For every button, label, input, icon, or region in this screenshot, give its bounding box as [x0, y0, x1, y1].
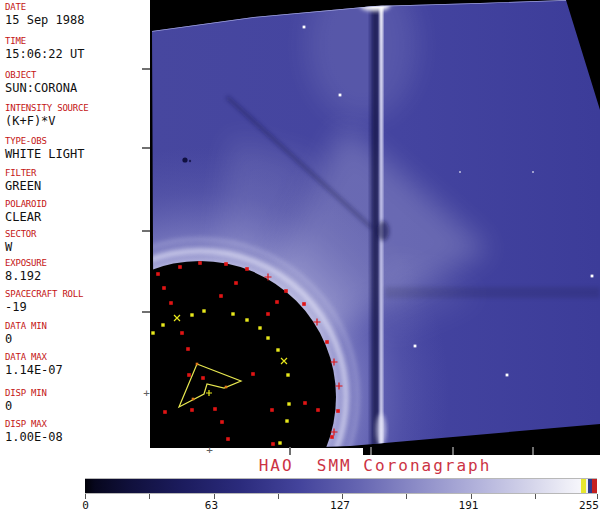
- field-value: SUN:CORONA: [5, 81, 150, 95]
- metadata-field-date: DATE15 Sep 1988: [5, 2, 150, 27]
- colorbar-label: 255: [579, 499, 599, 512]
- field-value: 0: [5, 399, 150, 413]
- field-label: DATA MAX: [5, 352, 150, 363]
- metadata-field-disp-min: DISP MIN0: [5, 388, 150, 413]
- metadata-field-polaroid: POLAROIDCLEAR: [5, 199, 150, 224]
- red-fiducial-dot: [330, 435, 334, 439]
- field-label: EXPOSURE: [5, 258, 150, 269]
- colorbar-tick: [278, 494, 279, 499]
- red-fiducial-dot: [163, 410, 167, 414]
- bottom-axis-tick: [452, 447, 454, 455]
- red-fiducial-dot: [325, 340, 329, 344]
- field-value: 1.14E-07: [5, 363, 150, 377]
- left-axis-tick: [142, 147, 150, 149]
- colorbar-tick: [535, 494, 536, 499]
- field-value: (K+F)*V: [5, 114, 150, 128]
- field-label: SECTOR: [5, 229, 150, 240]
- smm-coronagraph-viewer: DATE15 Sep 1988TIME15:06:22 UTOBJECTSUN:…: [0, 0, 600, 512]
- star-point-faint: [532, 171, 534, 173]
- left-axis-tick: [142, 311, 150, 313]
- red-fiducial-dot: [190, 408, 194, 412]
- red-fiducial-dot: [156, 272, 160, 276]
- colorbar: 063127191255: [85, 478, 597, 512]
- red-fiducial-dot: [336, 409, 340, 413]
- coronagraph-canvas: [150, 0, 600, 455]
- star-point: [591, 275, 594, 278]
- field-label: TYPE-OBS: [5, 136, 150, 147]
- colorbar-label: 127: [330, 499, 350, 512]
- star-point: [506, 374, 509, 377]
- left-axis-tick: [142, 230, 150, 232]
- field-value: WHITE LIGHT: [5, 147, 150, 161]
- red-fiducial-dot: [251, 372, 255, 376]
- metadata-field-time: TIME15:06:22 UT: [5, 36, 150, 61]
- metadata-panel: DATE15 Sep 1988TIME15:06:22 UTOBJECTSUN:…: [0, 0, 150, 512]
- red-fiducial-dot: [226, 437, 230, 441]
- red-fiducial-dot: [198, 261, 202, 265]
- yellow-fiducial-dot: [278, 441, 281, 444]
- yellow-fiducial-dot: [190, 313, 193, 316]
- colorbar-label: 191: [459, 499, 479, 512]
- yellow-fiducial-dot: [266, 336, 269, 339]
- red-fiducial-dot: [220, 420, 224, 424]
- field-value: 0: [5, 332, 150, 346]
- field-label: DISP MIN: [5, 388, 150, 399]
- field-label: OBJECT: [5, 70, 150, 81]
- left-axis-plus-tick: +: [141, 388, 152, 399]
- field-label: FILTER: [5, 168, 150, 179]
- yellow-fiducial-dot: [161, 323, 164, 326]
- metadata-field-disp-max: DISP MAX1.00E-08: [5, 419, 150, 444]
- star-point: [414, 345, 417, 348]
- red-fiducial-dot: [180, 331, 184, 335]
- red-fiducial-dot: [162, 286, 166, 290]
- left-axis-tick: [142, 68, 150, 70]
- red-fiducial-dot: [302, 302, 306, 306]
- field-value: W: [5, 240, 150, 254]
- red-fiducial-dot: [284, 289, 288, 293]
- red-fiducial-dot: [219, 294, 223, 298]
- pylon-bottom-blob: [376, 414, 386, 446]
- metadata-field-object: OBJECTSUN:CORONA: [5, 70, 150, 95]
- red-fiducial-dot: [201, 376, 205, 380]
- red-fiducial-dot: [169, 301, 173, 305]
- red-fiducial-dot: [178, 265, 182, 269]
- metadata-field-exposure: EXPOSURE8.192: [5, 258, 150, 283]
- colorbar-gradient: [85, 478, 597, 494]
- pylon-dark-knot: [377, 221, 389, 241]
- field-value: GREEN: [5, 179, 150, 193]
- metadata-field-data-max: DATA MAX1.14E-07: [5, 352, 150, 377]
- red-fiducial-dot: [245, 267, 249, 271]
- star-point-faint: [459, 171, 461, 173]
- image-title: HAO SMM Coronagraph: [150, 456, 600, 475]
- field-label: INTENSITY SOURCE: [5, 103, 150, 114]
- yellow-fiducial-dot: [151, 331, 154, 334]
- bottom-axis-tick: [532, 447, 534, 455]
- bottom-axis-tick: [289, 447, 291, 455]
- yellow-fiducial-dot: [231, 312, 234, 315]
- metadata-field-spacecraft-roll: SPACECRAFT ROLL-19: [5, 289, 150, 314]
- field-label: TIME: [5, 36, 150, 47]
- field-value: 15 Sep 1988: [5, 13, 150, 27]
- yellow-fiducial-dot: [285, 419, 288, 422]
- colorbar-tick: [149, 494, 150, 499]
- field-value: CLEAR: [5, 210, 150, 224]
- metadata-field-data-min: DATA MIN0: [5, 321, 150, 346]
- orange-vertex-dot: [196, 363, 199, 366]
- star-point: [303, 26, 306, 29]
- orange-vertex-dot: [225, 386, 228, 389]
- field-label: DISP MAX: [5, 419, 150, 430]
- coronagraph-image: [150, 0, 600, 455]
- red-fiducial-dot: [187, 373, 191, 377]
- field-value: 1.00E-08: [5, 430, 150, 444]
- red-fiducial-dot: [270, 408, 274, 412]
- field-label: DATA MIN: [5, 321, 150, 332]
- yellow-fiducial-dot: [258, 326, 261, 329]
- yellow-fiducial-dot: [287, 402, 290, 405]
- red-fiducial-dot: [224, 262, 228, 266]
- field-label: SPACECRAFT ROLL: [5, 289, 150, 300]
- metadata-field-intensity-source: INTENSITY SOURCE(K+F)*V: [5, 103, 150, 128]
- field-value: 8.192: [5, 269, 150, 283]
- red-fiducial-dot: [316, 408, 320, 412]
- dark-speck: [182, 157, 187, 162]
- red-fiducial-dot: [303, 401, 307, 405]
